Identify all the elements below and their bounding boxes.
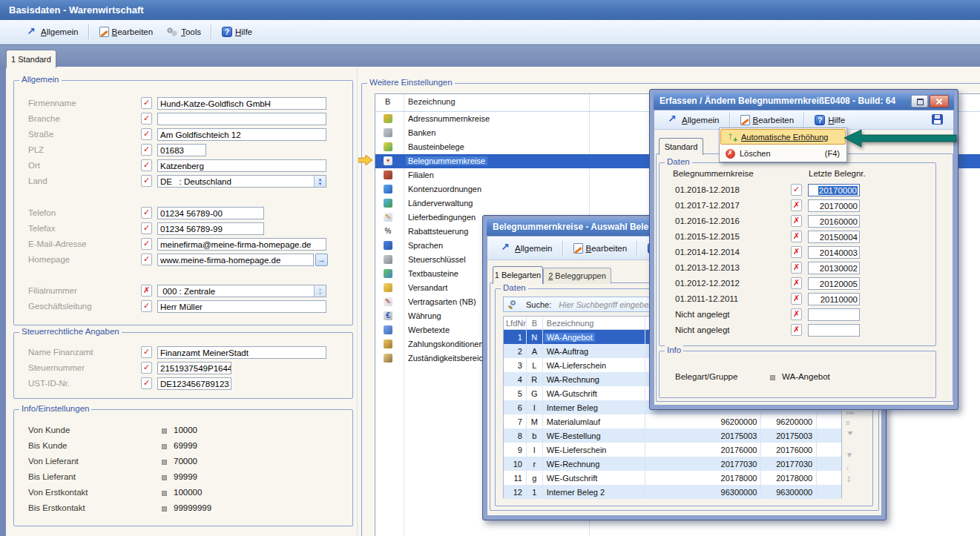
sort-down-icon[interactable]: ▼ — [846, 451, 853, 459]
tab-standard-edit[interactable]: Standard — [659, 138, 703, 155]
cross-marker-icon[interactable] — [791, 231, 802, 242]
last-number-input[interactable]: 20120005 — [808, 277, 860, 290]
tree-item-label: Lieferbedingungen — [408, 213, 476, 222]
last-number-input[interactable]: 20150004 — [808, 231, 860, 243]
cross-marker-icon[interactable] — [791, 246, 802, 258]
cross-marker-icon[interactable] — [141, 285, 152, 297]
last-number-input[interactable] — [808, 324, 860, 337]
menu-item-hilfe[interactable]: Hilfe — [215, 24, 259, 39]
scroll-down-icon[interactable]: ↓ — [846, 464, 849, 472]
cross-marker-icon[interactable] — [791, 293, 802, 305]
tab-belegarten[interactable]: 1 Belegarten — [493, 266, 543, 284]
check-marker-icon[interactable] — [141, 97, 152, 109]
check-marker-icon[interactable] — [141, 207, 152, 219]
main-tabband: 1 Standard — [0, 44, 980, 67]
restore-button[interactable] — [911, 95, 928, 107]
spinner-icon[interactable] — [314, 176, 326, 187]
table-row[interactable]: 8bWE-Bestellung2017500320175003 — [504, 429, 841, 443]
tab-standard[interactable]: 1 Standard — [6, 50, 56, 68]
table-row[interactable]: 7MMaterialumlauf9620000096200000 — [504, 414, 841, 429]
last-number-input[interactable]: 20160000 — [808, 215, 860, 228]
field-input-branche[interactable] — [157, 113, 326, 125]
field-input-filialnummer[interactable]: 000 : Zentrale — [157, 285, 326, 297]
field-label: Name Finanzamt — [28, 348, 93, 357]
groupbox-daten-edit-label: Daten — [665, 157, 692, 166]
cross-marker-icon[interactable] — [791, 324, 802, 336]
cross-marker-icon[interactable] — [791, 262, 802, 274]
menu-item-loeschen[interactable]: Löschen (F4) — [720, 145, 846, 162]
field-input-telefax[interactable]: 01234 56789-99 — [157, 222, 264, 235]
field-input-land[interactable]: DE : Deutschland — [157, 175, 326, 188]
filter-icon[interactable] — [847, 431, 853, 435]
check-marker-icon[interactable] — [141, 254, 152, 265]
field-input-steuernummer[interactable]: 2151937549P1644 — [157, 362, 231, 374]
check-marker-icon[interactable] — [791, 184, 802, 196]
field-label: Telefax — [28, 224, 55, 233]
cross-marker-icon[interactable] — [791, 277, 802, 289]
cell-value2: 20175003 — [761, 429, 817, 443]
check-marker-icon[interactable] — [141, 222, 152, 234]
window-title: Basisdaten - Warenwirtschaft — [9, 4, 144, 16]
check-marker-icon[interactable] — [141, 377, 152, 389]
menu-item-bearbeiten[interactable]: Bearbeiten — [93, 24, 160, 39]
cell-b: b — [527, 429, 543, 443]
field-input-straße[interactable]: Am Goldfischteich 12 — [157, 128, 326, 141]
table-row[interactable]: 121Interner Beleg 29630000096300000 — [504, 485, 841, 499]
field-input-e-mail-adresse[interactable]: meinefirma@meine-firma-homepage.de — [157, 238, 326, 251]
last-number-input[interactable]: 20170000 — [808, 184, 860, 196]
last-number-input[interactable]: 20170000 — [808, 199, 860, 212]
save-icon[interactable] — [932, 114, 943, 125]
annotation-arrow-icon — [844, 128, 961, 149]
groupbox-weitere-label: Weitere Einstellungen — [367, 78, 455, 87]
cell-b: G — [527, 386, 543, 400]
menu-item-allgemein[interactable]: Allgemein — [660, 112, 726, 128]
field-input-geschäftsleitung[interactable]: Herr Müller — [157, 300, 326, 313]
check-marker-icon[interactable] — [141, 113, 152, 125]
field-input-ust-id-nr[interactable]: DE123456789123 — [157, 377, 231, 390]
check-marker-icon[interactable] — [141, 300, 152, 312]
menu-item-allgemein[interactable]: Allgemein — [19, 24, 85, 40]
scroll-to-bottom-icon[interactable]: ↧ — [846, 476, 852, 483]
cross-marker-icon[interactable] — [791, 199, 802, 211]
check-marker-icon[interactable] — [141, 128, 152, 140]
spinner-icon[interactable] — [314, 285, 326, 297]
tab-beleggruppen[interactable]: 2 Beleggruppen — [543, 268, 611, 284]
last-number-input[interactable]: 20110000 — [808, 293, 860, 305]
help-icon — [222, 27, 232, 37]
xml-export-icon[interactable]: XML — [846, 409, 855, 417]
cross-marker-icon[interactable] — [791, 308, 802, 320]
last-number-input[interactable]: 20130002 — [808, 262, 860, 274]
menu-item-bearbeiten[interactable]: Bearbeiten — [567, 241, 634, 256]
check-marker-icon[interactable] — [141, 346, 152, 358]
menu-item-hilfe[interactable]: Hilfe — [808, 113, 852, 128]
menu-item-allgemein[interactable]: Allgemein — [493, 240, 559, 256]
open-homepage-icon[interactable] — [315, 254, 328, 266]
table-row[interactable]: 11gWE-Gutschrift2017800020178000 — [504, 471, 841, 485]
field-input-plz[interactable]: 01683 — [157, 144, 206, 156]
field-input-firmenname[interactable]: Hund-Katze-Goldfisch GmbH — [157, 97, 326, 110]
table-row[interactable]: 9lWE-Lieferschein2017600020176000 — [504, 443, 841, 457]
window-titlebar: Basisdaten - Warenwirtschaft — [0, 0, 980, 20]
cross-marker-icon[interactable] — [791, 215, 802, 227]
last-number-input[interactable]: 20140003 — [808, 246, 860, 259]
tree-item-label: Versandart — [408, 283, 447, 292]
check-marker-icon[interactable] — [141, 144, 152, 156]
field-input-ort[interactable]: Katzenberg — [157, 159, 326, 172]
check-marker-icon[interactable] — [141, 159, 152, 171]
check-marker-icon[interactable] — [141, 238, 152, 250]
check-marker-icon[interactable] — [141, 175, 152, 187]
field-input-name-finanzamt[interactable]: Finanzamt MeinerStadt — [157, 346, 326, 359]
cell-lfdnr: 8 — [504, 429, 527, 443]
field-input-telefon[interactable]: 01234 56789-00 — [157, 207, 264, 219]
menu-item-automatische-erhoehung[interactable]: Automatische Erhöhung — [720, 129, 846, 145]
list-view-icon[interactable]: ≡ — [846, 420, 850, 427]
menu-item-bearbeiten[interactable]: Bearbeiten — [734, 113, 801, 128]
last-number-input[interactable] — [808, 308, 860, 321]
menu-item-tools[interactable]: Tools — [160, 24, 208, 40]
field-homepage: Homepagewww.meine-firma-homepage.de — [28, 254, 328, 266]
field-input-homepage[interactable]: www.meine-firma-homepage.de — [157, 254, 314, 266]
close-button[interactable] — [930, 95, 949, 107]
check-marker-icon[interactable] — [141, 362, 152, 374]
table-row[interactable]: 10rWE-Rechnung2017703020177030 — [504, 457, 841, 471]
field-plz: PLZ01683 — [28, 144, 328, 156]
